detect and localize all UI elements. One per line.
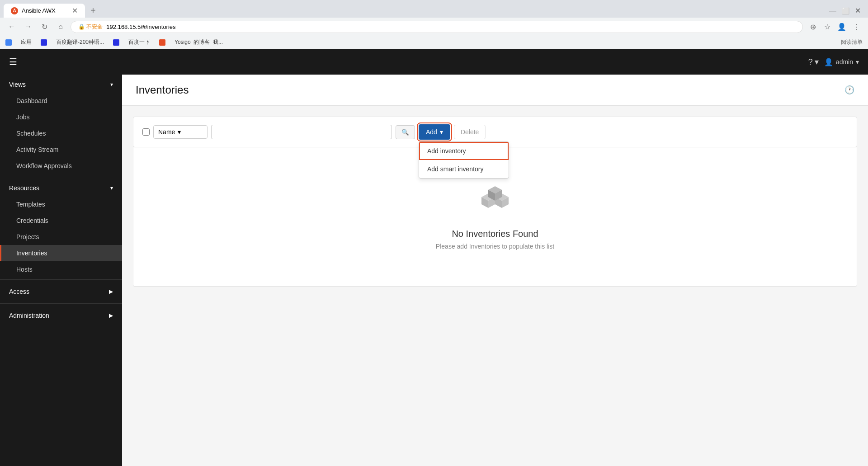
sidebar-divider-2 bbox=[0, 279, 122, 280]
hosts-label: Hosts bbox=[16, 266, 33, 273]
inventories-label: Inventories bbox=[16, 249, 47, 257]
user-menu[interactable]: 👤 admin ▾ bbox=[824, 58, 859, 66]
url-display: 192.168.15.5/#/inventories bbox=[106, 24, 175, 30]
bookmark-yosigo[interactable]: Yosigo_的博客_我... bbox=[173, 38, 225, 47]
add-dropdown-container: Add ▾ Add inventory Add smart inventory bbox=[419, 124, 450, 140]
tab-close-btn[interactable]: ✕ bbox=[72, 6, 78, 15]
home-btn[interactable]: ⌂ bbox=[54, 20, 67, 33]
resources-section: Resources ▾ Templates Credentials Projec… bbox=[0, 178, 122, 278]
back-btn[interactable]: ← bbox=[5, 20, 18, 33]
access-section-header[interactable]: Access ▶ bbox=[0, 282, 122, 301]
add-inventory-item[interactable]: Add inventory bbox=[419, 142, 509, 160]
empty-state-title: No Inventories Found bbox=[452, 229, 538, 239]
reader-mode-btn[interactable]: 阅读清单 bbox=[841, 38, 863, 46]
user-name-label: admin bbox=[836, 58, 853, 66]
views-section: Views ▾ Dashboard Jobs Schedules Activit… bbox=[0, 75, 122, 174]
sidebar-item-activity-stream[interactable]: Activity Stream bbox=[0, 141, 122, 158]
hamburger-menu[interactable]: ☰ bbox=[9, 56, 17, 67]
resources-chevron-icon: ▾ bbox=[110, 185, 113, 191]
sidebar-item-workflow-approvals[interactable]: Workflow Approvals bbox=[0, 158, 122, 174]
views-label: Views bbox=[9, 81, 26, 88]
address-bar[interactable]: 🔒 不安全 192.168.15.5/#/inventories bbox=[71, 21, 803, 33]
sidebar-item-schedules[interactable]: Schedules bbox=[0, 125, 122, 141]
active-tab[interactable]: A Ansible AWX ✕ bbox=[4, 4, 85, 18]
tab-favicon: A bbox=[11, 7, 18, 14]
sidebar: Views ▾ Dashboard Jobs Schedules Activit… bbox=[0, 75, 122, 466]
help-icon: ? bbox=[808, 57, 813, 67]
sidebar-item-jobs[interactable]: Jobs bbox=[0, 109, 122, 125]
sidebar-item-hosts[interactable]: Hosts bbox=[0, 261, 122, 278]
credentials-label: Credentials bbox=[16, 217, 48, 224]
user-avatar-icon: 👤 bbox=[824, 58, 833, 66]
menu-btn[interactable]: ⋮ bbox=[850, 20, 863, 33]
user-chevron-icon: ▾ bbox=[856, 58, 859, 66]
filter-label: Name bbox=[158, 128, 175, 136]
app-topbar: ☰ ? ▾ 👤 admin ▾ bbox=[0, 49, 868, 75]
sidebar-divider-1 bbox=[0, 176, 122, 176]
baidu-favicon bbox=[41, 39, 47, 46]
forward-btn[interactable]: → bbox=[22, 20, 34, 33]
empty-state-subtitle: Please add Inventories to populate this … bbox=[436, 243, 554, 250]
sidebar-divider-3 bbox=[0, 303, 122, 304]
topbar-right: ? ▾ 👤 admin ▾ bbox=[808, 57, 859, 67]
sidebar-item-dashboard[interactable]: Dashboard bbox=[0, 93, 122, 109]
views-chevron-icon: ▾ bbox=[110, 81, 113, 88]
header-actions: 🕐 bbox=[844, 85, 854, 95]
add-button[interactable]: Add ▾ bbox=[419, 124, 450, 140]
schedules-label: Schedules bbox=[16, 130, 46, 137]
bookmarks-bar: 应用 百度翻译-200种语... 百度一下 Yosigo_的博客_我... 阅读… bbox=[0, 36, 868, 49]
sidebar-item-inventories[interactable]: Inventories bbox=[0, 245, 122, 261]
history-icon[interactable]: 🕐 bbox=[844, 85, 854, 95]
reload-btn[interactable]: ↻ bbox=[38, 20, 51, 33]
minimize-btn[interactable]: — bbox=[829, 7, 836, 15]
bookmark-baidu[interactable]: 百度一下 bbox=[127, 38, 152, 47]
yosigo-favicon bbox=[159, 39, 165, 46]
help-chevron: ▾ bbox=[815, 57, 819, 67]
delete-button[interactable]: Delete bbox=[454, 125, 486, 139]
administration-chevron-icon: ▶ bbox=[109, 312, 113, 319]
nav-actions: ⊕ ☆ 👤 ⋮ bbox=[807, 20, 863, 33]
sidebar-item-credentials[interactable]: Credentials bbox=[0, 212, 122, 229]
security-indicator: 🔒 不安全 bbox=[78, 23, 103, 31]
empty-state-icon bbox=[477, 184, 513, 221]
content-area: Inventories 🕐 Name ▾ bbox=[122, 75, 868, 466]
activity-stream-label: Activity Stream bbox=[16, 146, 58, 153]
jobs-label: Jobs bbox=[16, 113, 30, 121]
projects-label: Projects bbox=[16, 233, 39, 240]
bookmark-btn[interactable]: ☆ bbox=[821, 20, 834, 33]
administration-section-header[interactable]: Administration ▶ bbox=[0, 306, 122, 325]
close-btn[interactable]: ✕ bbox=[855, 6, 861, 15]
delete-label: Delete bbox=[461, 128, 479, 136]
toolbar-row: Name ▾ 🔍 Add ▾ bbox=[142, 124, 848, 140]
main-layout: Views ▾ Dashboard Jobs Schedules Activit… bbox=[0, 75, 868, 466]
sidebar-item-templates[interactable]: Templates bbox=[0, 196, 122, 212]
profile-btn[interactable]: 👤 bbox=[835, 20, 848, 33]
sidebar-item-projects[interactable]: Projects bbox=[0, 229, 122, 245]
content-body: Name ▾ 🔍 Add ▾ bbox=[122, 106, 868, 297]
add-dropdown-menu: Add inventory Add smart inventory bbox=[419, 141, 509, 179]
add-smart-inventory-item[interactable]: Add smart inventory bbox=[419, 160, 509, 178]
apps-favicon bbox=[5, 39, 12, 46]
bookmark-apps[interactable]: 应用 bbox=[19, 38, 33, 47]
workflow-approvals-label: Workflow Approvals bbox=[16, 162, 72, 169]
filter-select[interactable]: Name ▾ bbox=[153, 125, 208, 139]
help-menu[interactable]: ? ▾ bbox=[808, 57, 819, 67]
add-label: Add bbox=[426, 128, 437, 136]
bookmark-baidu-translate[interactable]: 百度翻译-200种语... bbox=[54, 38, 106, 47]
maximize-btn[interactable]: ⬜ bbox=[842, 7, 849, 14]
search-button[interactable]: 🔍 bbox=[396, 125, 415, 139]
filter-chevron-icon: ▾ bbox=[178, 128, 181, 136]
select-all-checkbox[interactable] bbox=[142, 128, 150, 136]
tab-title: Ansible AWX bbox=[22, 7, 56, 14]
templates-label: Templates bbox=[16, 201, 45, 208]
new-tab-btn[interactable]: + bbox=[87, 4, 99, 18]
resources-section-header[interactable]: Resources ▾ bbox=[0, 178, 122, 196]
content-header: Inventories 🕐 bbox=[122, 75, 868, 106]
translate-btn[interactable]: ⊕ bbox=[807, 20, 819, 33]
browser-nav: ← → ↻ ⌂ 🔒 不安全 192.168.15.5/#/inventories… bbox=[0, 18, 868, 36]
access-chevron-icon: ▶ bbox=[109, 288, 113, 295]
baidu2-favicon bbox=[113, 39, 119, 46]
browser-chrome: A Ansible AWX ✕ + — ⬜ ✕ ← → ↻ ⌂ 🔒 不安全 19… bbox=[0, 0, 868, 49]
search-input[interactable] bbox=[211, 125, 392, 139]
views-section-header[interactable]: Views ▾ bbox=[0, 75, 122, 93]
